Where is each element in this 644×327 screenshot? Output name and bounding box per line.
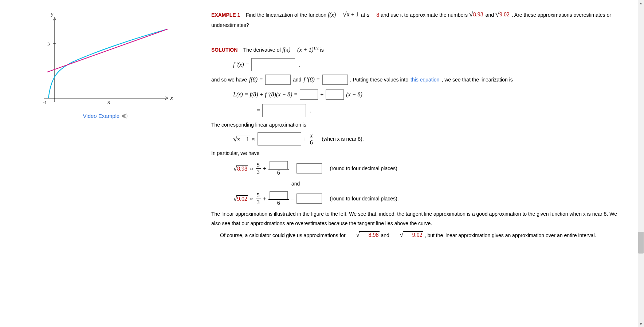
corresponding-text: The corresponding linear approximation i…	[211, 120, 622, 130]
this-equation-link[interactable]: this equation	[411, 75, 439, 85]
lx-equation: L(x) = f(8) + f '(8)(x − 8) = + (x − 8)	[233, 88, 622, 101]
sqrt-9-02: √9.02	[495, 11, 510, 18]
input-calc2-num[interactable]	[270, 191, 288, 199]
speaker-icon	[122, 113, 128, 120]
y-axis-label: y	[50, 12, 54, 17]
video-example-text: Video Example	[83, 113, 120, 119]
vertical-scrollbar[interactable]: ▲ ▼	[638, 0, 644, 327]
in-particular-text: In particular, we have	[211, 148, 622, 158]
video-example-link[interactable]: Video Example	[29, 113, 182, 120]
input-lx-a[interactable]	[300, 89, 318, 100]
x-tick-8: 8	[107, 100, 110, 105]
scroll-up-arrow[interactable]: ▲	[638, 0, 644, 6]
fprime-equation: f '(x) = .	[233, 58, 622, 71]
curve-sqrt	[48, 29, 168, 98]
figure-column: y x 3 -1 8 Video Example	[29, 7, 182, 120]
closing-paragraph-1: The linear approximation is illustrated …	[211, 209, 622, 228]
tangent-line	[47, 29, 168, 72]
solution-label: SOLUTION	[211, 47, 237, 53]
input-fp8[interactable]	[322, 75, 348, 85]
scroll-track[interactable]	[638, 6, 644, 321]
closing-paragraph-2: Of course, a calculator could give us ap…	[211, 231, 622, 240]
input-lx-b[interactable]	[326, 89, 344, 100]
example-label: EXAMPLE 1	[211, 12, 240, 18]
input-f8[interactable]	[265, 75, 291, 85]
and-separator: and	[291, 179, 622, 189]
solution-derivative-sentence: SOLUTION The derivative of f(x) = (x + 1…	[211, 44, 622, 55]
frac-x-over-6: x 6	[309, 132, 314, 145]
f8-sentence: and so we have f(8) = and f '(8) = . Put…	[211, 74, 622, 85]
frac-blank-6-b: 6	[268, 191, 289, 206]
frac-blank-6-a: 6	[268, 161, 289, 176]
input-calc1-num[interactable]	[270, 161, 288, 169]
input-fprime[interactable]	[251, 58, 295, 71]
sqrt-8-98: √8.98	[469, 11, 484, 18]
graph-wrap: y x 3 -1 8 Video Example	[29, 11, 182, 120]
two-column-layout: y x 3 -1 8 Video Example	[29, 7, 622, 242]
x-axis-label: x	[170, 95, 173, 101]
example-intro: EXAMPLE 1 Find the linearization of the …	[211, 9, 622, 30]
scroll-down-arrow[interactable]: ▼	[638, 321, 644, 327]
scroll-thumb[interactable]	[638, 232, 644, 254]
calc-9-02: √9.02 ≈ 5 3 + 6 = (round to four decimal…	[233, 191, 622, 206]
y-tick-3: 3	[47, 41, 50, 47]
input-calc1-result[interactable]	[297, 163, 322, 174]
frac-5-3-a: 5 3	[256, 162, 261, 175]
x-tick-neg1: -1	[43, 100, 47, 105]
page-root: y x 3 -1 8 Video Example	[0, 0, 644, 327]
sqrt-approx-line: √x + 1 ≈ + x 6 (when x is near 8).	[233, 132, 622, 145]
lx-equation-2: = .	[257, 104, 622, 117]
sqrt-x-plus-1: √x + 1	[343, 11, 360, 18]
linearization-graph: y x 3 -1 8	[36, 11, 175, 109]
frac-5-3-b: 5 3	[256, 192, 261, 205]
content-column: EXAMPLE 1 Find the linearization of the …	[182, 7, 622, 242]
calc-8-98: √8.98 ≈ 5 3 + 6 = (round to four decimal…	[233, 161, 622, 176]
input-lx-simplified[interactable]	[262, 104, 306, 117]
input-calc2-result[interactable]	[297, 194, 322, 204]
input-approx-const[interactable]	[258, 132, 301, 145]
